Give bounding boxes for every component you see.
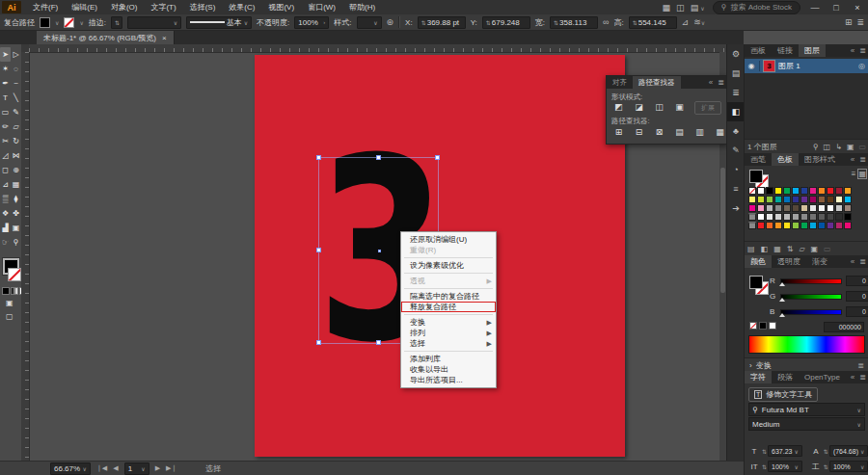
symbols-icon[interactable]: ♣ <box>727 121 745 141</box>
menu-3[interactable]: 文字(T) <box>150 2 176 13</box>
eraser-tool[interactable]: ▱ <box>11 119 21 134</box>
screen-mode-icon[interactable]: ▢ <box>6 312 14 321</box>
menu-4[interactable]: 选择(S) <box>190 2 216 13</box>
shape-builder-tool[interactable]: ⊕ <box>11 163 21 177</box>
close-button[interactable]: × <box>851 3 864 13</box>
context-menu-item-15[interactable]: 收集以导出 <box>401 364 496 375</box>
selection-tool[interactable]: ➤ <box>0 47 11 62</box>
fill-proxy-swatch[interactable] <box>749 170 763 183</box>
eyedropper-tool[interactable]: ⧫ <box>11 192 21 206</box>
touch-type-tool-button[interactable]: T 修饰文字工具 <box>748 387 818 402</box>
visibility-eye-icon[interactable]: ◉ <box>746 62 756 70</box>
pathfinder-icon[interactable]: ◧ <box>727 102 745 121</box>
swatch-0-5[interactable] <box>792 187 800 195</box>
blend-tool[interactable]: ❖ <box>0 206 11 221</box>
swatch-2-1[interactable] <box>757 204 765 212</box>
swatch-1-11[interactable] <box>844 196 852 203</box>
swatch-3-3[interactable] <box>774 213 782 221</box>
horizontal-scale-field[interactable]: 100%∨ <box>829 461 868 472</box>
trim-icon[interactable]: ⊟ <box>632 126 646 138</box>
color-menu-icon[interactable]: ≣ <box>859 257 868 266</box>
swatch-2-6[interactable] <box>800 204 808 212</box>
grid-view-icon[interactable]: ▦ <box>858 170 866 178</box>
y-field[interactable]: ⇅679.248 <box>482 16 530 29</box>
scrollbar-thumb[interactable] <box>720 168 725 293</box>
selection-handle[interactable] <box>316 155 321 160</box>
width-field[interactable]: ⇅358.113 <box>550 16 598 29</box>
maximize-button[interactable]: □ <box>829 3 843 13</box>
curvature-tool[interactable]: ~ <box>11 76 21 91</box>
rectangle-tool[interactable]: ▭ <box>0 105 11 119</box>
lasso-tool[interactable]: ◌ <box>11 62 21 76</box>
brushes-icon[interactable]: ✎ <box>727 141 745 160</box>
canvas[interactable]: 3 对齐路径查找器«≣ 形状模式: ◩◪◫▣扩展 路径查找器: ⊞⊟⊠▤▥▦ 还… <box>21 44 726 461</box>
swatch-4-6[interactable] <box>800 222 808 229</box>
swatch-2-4[interactable] <box>783 204 791 212</box>
zoom-tool[interactable]: ⚲ <box>11 235 21 250</box>
type-tool[interactable]: T <box>0 91 11 105</box>
color-tab-0[interactable]: 颜色 <box>745 255 772 268</box>
selection-handle[interactable] <box>316 340 321 345</box>
list-view-icon[interactable]: ≡ <box>852 170 856 178</box>
swatch-3-11[interactable] <box>844 213 852 221</box>
swatch-3-1[interactable] <box>757 213 765 221</box>
swatch-2-10[interactable] <box>835 204 843 212</box>
leading-field[interactable]: (764.68)∨ <box>829 445 868 457</box>
control-panel-menu-icon[interactable]: ≣ <box>856 17 864 27</box>
center-point-handle[interactable] <box>378 250 381 252</box>
r-slider[interactable] <box>780 278 842 284</box>
character-collapse-icon[interactable]: « <box>851 373 857 382</box>
pathfinder-menu-icon[interactable]: ≣ <box>718 78 726 87</box>
menu-6[interactable]: 视图(V) <box>268 2 294 13</box>
first-artboard-icon[interactable]: ❘◀ <box>96 464 107 472</box>
color-button[interactable] <box>2 287 10 295</box>
black-swatch[interactable] <box>759 322 767 330</box>
swatch-1-1[interactable] <box>757 196 765 203</box>
none-swatch[interactable] <box>749 322 757 330</box>
context-menu-item-7[interactable]: 隔离选中的复合路径 <box>401 291 496 302</box>
swatch-3-2[interactable] <box>766 213 773 221</box>
swatch-1-3[interactable] <box>774 196 782 203</box>
link-dimensions-icon[interactable]: ∞ <box>603 17 609 27</box>
color-tab-1[interactable]: 透明度 <box>772 255 806 268</box>
white-swatch[interactable] <box>769 322 776 330</box>
menu-7[interactable]: 窗口(W) <box>308 2 336 13</box>
swatches-menu-icon[interactable]: ≣ <box>859 155 868 164</box>
swatch-4-5[interactable] <box>792 222 800 229</box>
menu-2[interactable]: 对象(O) <box>111 2 138 13</box>
arrange-documents-icon[interactable]: ▦ <box>663 3 671 13</box>
color-fill-proxy[interactable] <box>749 276 763 289</box>
swatch-libraries-icon[interactable]: ▤ <box>747 245 755 253</box>
gradient-button[interactable] <box>11 287 18 295</box>
libraries-icon[interactable]: ⚙ <box>727 44 745 64</box>
swatch-2-0[interactable] <box>748 204 756 212</box>
stepper-icon[interactable]: ⇅ <box>824 463 827 470</box>
arrange-icon[interactable]: ⊞ <box>845 17 853 27</box>
layer-row[interactable]: ◉ 3 图层 1 ◎ <box>745 59 868 73</box>
swatch-2-5[interactable] <box>792 204 800 212</box>
swatch-1-2[interactable] <box>766 196 773 203</box>
swatch-3-7[interactable] <box>809 213 817 221</box>
stroke-color-indicator[interactable] <box>8 268 21 281</box>
panel-menu-icon[interactable]: ≣ <box>857 361 864 370</box>
artboard-tool[interactable]: ▣ <box>11 221 21 235</box>
swatch-0-9[interactable] <box>827 187 834 195</box>
swatch-0-4[interactable] <box>783 187 791 195</box>
tab-close-icon[interactable]: × <box>162 34 167 42</box>
context-menu-item-0[interactable]: 还原取消编组(U) <box>401 234 496 245</box>
paintbrush-tool[interactable]: ✎ <box>11 105 21 119</box>
new-swatch-icon[interactable]: ▣ <box>811 245 819 253</box>
r-value-field[interactable]: 0 <box>846 276 868 286</box>
new-color-group-icon[interactable]: ▱ <box>799 245 804 253</box>
intersect-icon[interactable]: ◫ <box>652 101 666 113</box>
context-menu-item-10[interactable]: 变换▶ <box>401 317 496 328</box>
brush-definition-select[interactable]: 基本 ∨ <box>186 16 252 29</box>
swatch-0-11[interactable] <box>844 187 852 195</box>
swatch-2-7[interactable] <box>809 204 817 212</box>
swatch-1-8[interactable] <box>818 196 826 203</box>
character-tab-1[interactable]: 段落 <box>772 371 799 383</box>
vertical-ruler[interactable] <box>21 52 30 461</box>
swatch-4-4[interactable] <box>783 222 791 229</box>
width-tool[interactable]: ⋈ <box>11 148 21 163</box>
last-artboard-icon[interactable]: ▶❘ <box>166 464 176 472</box>
